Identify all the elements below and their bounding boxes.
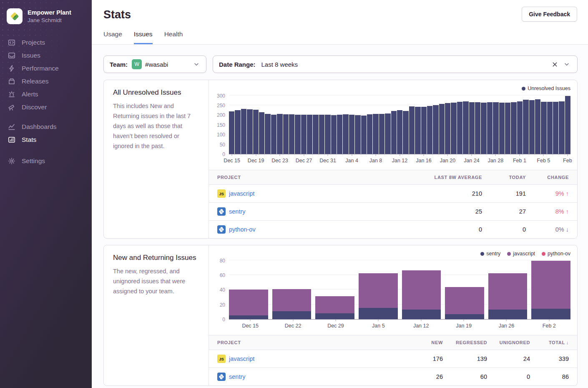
bar[interactable] — [505, 103, 510, 154]
bar[interactable] — [349, 115, 354, 154]
bar[interactable] — [331, 115, 337, 154]
project-link[interactable]: sentry — [229, 373, 246, 380]
bar[interactable] — [319, 115, 324, 154]
tab-issues[interactable]: Issues — [134, 30, 153, 44]
bar[interactable] — [343, 114, 348, 154]
bar[interactable] — [511, 102, 516, 154]
bar[interactable] — [229, 111, 234, 154]
project-link[interactable]: javascript — [229, 190, 254, 197]
bar[interactable] — [427, 106, 432, 154]
stacked-bar[interactable] — [488, 259, 528, 319]
bar[interactable] — [439, 104, 445, 154]
bar[interactable] — [481, 103, 486, 154]
bar[interactable] — [475, 102, 480, 154]
column-header-total[interactable]: TOTAL↓ — [530, 340, 569, 345]
bar[interactable] — [385, 113, 390, 154]
bar[interactable] — [433, 105, 438, 154]
bar[interactable] — [355, 115, 360, 154]
new-returning-issues-chart[interactable]: sentryjavascriptpython-ov020406080Dec 15… — [209, 245, 577, 331]
bar[interactable] — [379, 114, 384, 154]
sidebar-item-releases[interactable]: Releases — [0, 75, 92, 88]
sidebar-item-settings[interactable]: Settings — [0, 154, 92, 167]
unresolved-issues-chart[interactable]: Unresolved Issues050100150200250300Dec 1… — [209, 80, 577, 166]
give-feedback-button[interactable]: Give Feedback — [522, 7, 577, 22]
bar[interactable] — [265, 114, 270, 154]
bar[interactable] — [325, 115, 330, 154]
bar[interactable] — [283, 114, 289, 154]
bar[interactable] — [295, 115, 300, 154]
stacked-bar[interactable] — [272, 259, 312, 319]
tab-health[interactable]: Health — [164, 30, 183, 44]
bar[interactable] — [301, 115, 307, 154]
project-link[interactable]: python-ov — [229, 226, 256, 233]
x-axis-tick — [250, 320, 251, 321]
sidebar-item-dashboards[interactable]: Dashboards — [0, 120, 92, 133]
bar[interactable] — [553, 102, 558, 154]
clear-icon[interactable] — [551, 60, 559, 68]
bar[interactable] — [547, 102, 553, 154]
bar[interactable] — [469, 102, 475, 154]
stacked-bar[interactable] — [445, 259, 484, 319]
bar[interactable] — [397, 110, 402, 154]
bar[interactable] — [313, 115, 318, 154]
bar[interactable] — [337, 115, 342, 154]
bar[interactable] — [247, 109, 252, 154]
bar[interactable] — [421, 107, 427, 154]
tab-usage[interactable]: Usage — [103, 30, 122, 44]
stacked-bar[interactable] — [229, 259, 268, 319]
bar[interactable] — [493, 102, 498, 154]
stacked-bar[interactable] — [359, 259, 398, 319]
sidebar-item-alerts[interactable]: Alerts — [0, 88, 92, 101]
bar[interactable] — [499, 103, 505, 154]
bar[interactable] — [457, 102, 462, 154]
bar[interactable] — [565, 96, 570, 154]
sidebar-item-projects[interactable]: Projects — [0, 36, 92, 49]
sidebar-item-discover[interactable]: Discover — [0, 101, 92, 113]
bar[interactable] — [463, 101, 468, 154]
bar[interactable] — [361, 116, 367, 154]
stacked-bar[interactable] — [531, 259, 570, 319]
team-filter[interactable]: Team: W #wasabi — [103, 55, 206, 73]
bar[interactable] — [391, 111, 397, 154]
bar[interactable] — [487, 102, 493, 154]
date-range-filter[interactable]: Date Range: Last 8 weeks — [213, 55, 578, 73]
legend-item[interactable]: Unresolved Issues — [522, 86, 570, 91]
chevron-down-icon[interactable] — [563, 60, 570, 68]
bar[interactable] — [409, 106, 415, 154]
project-link[interactable]: javascript — [229, 355, 254, 362]
legend-item[interactable]: sentry — [480, 251, 500, 257]
x-axis-tick-label: Dec 27 — [296, 158, 312, 164]
legend-item[interactable]: javascript — [507, 251, 535, 257]
sidebar-item-performance[interactable]: Performance — [0, 62, 92, 75]
bar[interactable] — [517, 101, 523, 154]
bar[interactable] — [523, 100, 528, 154]
chart-plot-area[interactable] — [229, 93, 570, 154]
bar[interactable] — [277, 114, 282, 154]
bar[interactable] — [307, 115, 312, 154]
sidebar-item-stats[interactable]: Stats — [0, 133, 92, 146]
bar[interactable] — [373, 114, 378, 154]
bar[interactable] — [415, 107, 420, 154]
bar[interactable] — [559, 101, 564, 154]
bar[interactable] — [259, 112, 264, 154]
bar[interactable] — [529, 100, 535, 154]
chevron-down-icon[interactable] — [193, 60, 200, 68]
legend-item[interactable]: python-ov — [542, 251, 570, 257]
bar[interactable] — [535, 99, 540, 154]
bar[interactable] — [235, 110, 240, 154]
stacked-bar[interactable] — [402, 259, 441, 319]
sidebar-item-issues[interactable]: Issues — [0, 49, 92, 62]
bar[interactable] — [253, 110, 259, 154]
bar[interactable] — [445, 103, 450, 154]
bar[interactable] — [241, 109, 246, 154]
stacked-bar[interactable] — [315, 259, 354, 319]
bar[interactable] — [289, 114, 294, 154]
bar[interactable] — [541, 102, 546, 154]
bar[interactable] — [451, 103, 456, 154]
org-switcher[interactable]: Empower Plant Jane Schmidt — [0, 0, 92, 27]
bar[interactable] — [271, 115, 276, 154]
bar[interactable] — [367, 114, 372, 154]
bar[interactable] — [403, 111, 408, 154]
chart-plot-area[interactable] — [229, 259, 570, 320]
project-link[interactable]: sentry — [229, 208, 246, 215]
